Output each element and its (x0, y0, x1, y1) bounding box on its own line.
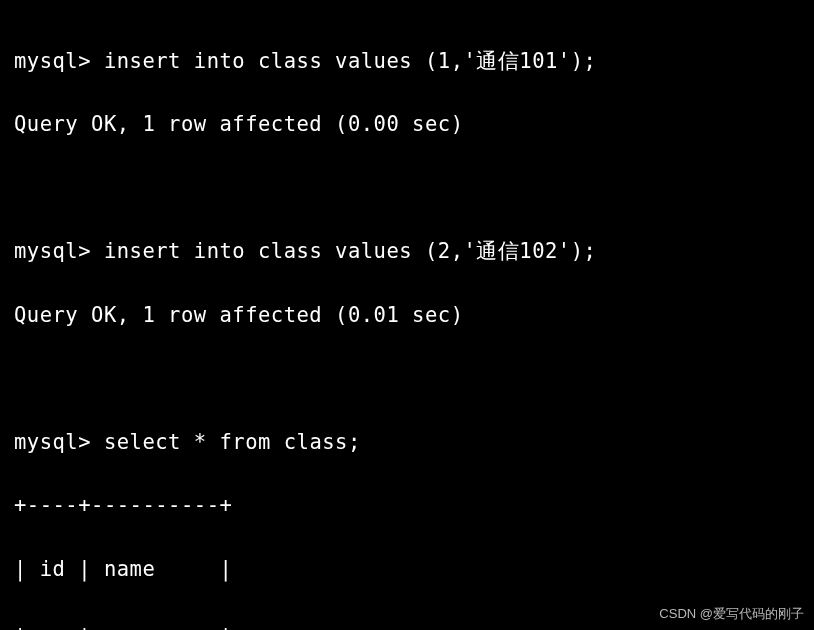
prompt: mysql> (14, 49, 104, 73)
table-border: +----+----------+ (14, 490, 800, 522)
command-line: mysql> insert into class values (1,'通信10… (14, 46, 800, 78)
command-line: mysql> select * from class; (14, 427, 800, 459)
result-line: Query OK, 1 row affected (0.00 sec) (14, 109, 800, 141)
result-line: Query OK, 1 row affected (0.01 sec) (14, 300, 800, 332)
watermark: CSDN @爱写代码的刚子 (659, 604, 804, 624)
command-text: insert into class values (2,'通信102'); (104, 239, 596, 263)
blank-line (14, 173, 800, 205)
prompt: mysql> (14, 430, 104, 454)
table-header: | id | name | (14, 554, 800, 586)
blank-line (14, 363, 800, 395)
command-text: select * from class; (104, 430, 361, 454)
terminal-output: mysql> insert into class values (1,'通信10… (14, 14, 800, 630)
command-text: insert into class values (1,'通信101'); (104, 49, 596, 73)
prompt: mysql> (14, 239, 104, 263)
command-line: mysql> insert into class values (2,'通信10… (14, 236, 800, 268)
